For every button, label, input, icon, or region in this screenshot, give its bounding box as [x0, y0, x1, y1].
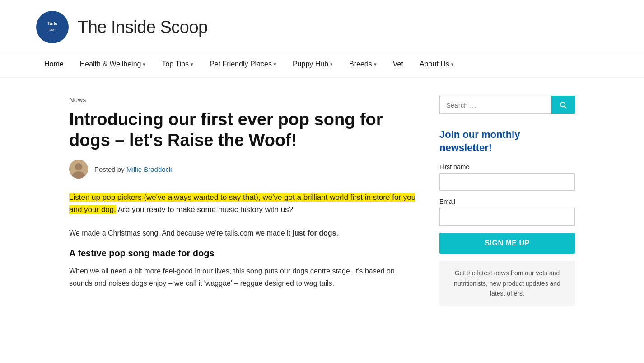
nav-item-health: Health & Wellbeing ▾ [72, 51, 154, 77]
sidebar: Join our monthly newsletter! First name … [439, 96, 575, 306]
search-button[interactable] [551, 96, 575, 114]
search-widget [439, 96, 575, 114]
chevron-down-icon: ▾ [451, 61, 454, 67]
nav-link-top-tips[interactable]: Top Tips ▾ [154, 51, 201, 77]
newsletter-heading: Join our monthly newsletter! [439, 128, 575, 154]
breadcrumb: News [69, 96, 418, 104]
email-group: Email [439, 198, 575, 226]
nav-item-pet-friendly: Pet Friendly Places ▾ [201, 51, 285, 77]
chevron-down-icon: ▾ [330, 61, 333, 67]
body-para1-text: We made a Christmas song! And because we… [69, 229, 293, 237]
search-input[interactable] [439, 96, 551, 114]
search-icon [559, 100, 568, 109]
site-header: Tails .com The Inside Scoop [0, 0, 644, 51]
site-logo-link[interactable]: Tails .com The Inside Scoop [36, 11, 208, 43]
chevron-down-icon: ▾ [191, 61, 193, 67]
main-content: News Introducing our first ever pop song… [69, 96, 418, 306]
main-nav: Home Health & Wellbeing ▾ Top Tips ▾ Pet… [0, 51, 644, 78]
body-paragraph-1: We made a Christmas song! And because we… [69, 227, 418, 239]
author-text: Posted by Millie Braddock [94, 165, 173, 173]
body-para1-bold: just for dogs [293, 229, 336, 237]
chevron-down-icon: ▾ [274, 61, 276, 67]
first-name-label: First name [439, 163, 575, 170]
intro-paragraph: Listen up pop pickers (we've always want… [69, 191, 418, 216]
chevron-down-icon: ▾ [143, 61, 145, 67]
body-para1-end: . [336, 229, 338, 237]
article-title: Introducing our first ever pop song for … [69, 109, 418, 151]
newsletter-description: Get the latest news from our vets and nu… [439, 261, 575, 306]
nav-link-breeds[interactable]: Breeds ▾ [341, 51, 385, 77]
nav-item-vet: Vet [385, 51, 411, 77]
nav-item-top-tips: Top Tips ▾ [154, 51, 201, 77]
nav-link-health[interactable]: Health & Wellbeing ▾ [72, 51, 154, 77]
nav-item-breeds: Breeds ▾ [341, 51, 385, 77]
nav-link-vet[interactable]: Vet [385, 51, 411, 77]
logo-circle: Tails .com [36, 11, 69, 43]
email-label: Email [439, 198, 575, 205]
site-content: News Introducing our first ever pop song… [33, 96, 611, 306]
author-row: Posted by Millie Braddock [69, 160, 418, 179]
nav-link-home[interactable]: Home [36, 51, 72, 77]
nav-list: Home Health & Wellbeing ▾ Top Tips ▾ Pet… [36, 51, 608, 77]
svg-point-0 [40, 14, 65, 40]
svg-point-4 [75, 163, 82, 170]
nav-link-about[interactable]: About Us ▾ [411, 51, 462, 77]
svg-text:.com: .com [48, 28, 56, 32]
newsletter-widget: Join our monthly newsletter! First name … [439, 128, 575, 306]
tails-logo-icon: Tails .com [40, 14, 65, 40]
nav-item-about: About Us ▾ [411, 51, 462, 77]
svg-text:Tails: Tails [47, 21, 57, 26]
body-paragraph-2: When we all need a bit more feel-good in… [69, 265, 418, 289]
avatar [69, 160, 88, 179]
email-input[interactable] [439, 208, 575, 226]
breadcrumb-news-link[interactable]: News [69, 96, 86, 104]
sign-me-up-button[interactable]: SIGN ME UP [439, 233, 575, 254]
nav-item-puppy-hub: Puppy Hub ▾ [285, 51, 341, 77]
chevron-down-icon: ▾ [374, 61, 377, 67]
intro-rest: Are you ready to make some music history… [116, 205, 293, 214]
avatar-image [69, 160, 88, 179]
first-name-group: First name [439, 163, 575, 191]
nav-link-pet-friendly[interactable]: Pet Friendly Places ▾ [201, 51, 285, 77]
author-prefix: Posted by [94, 165, 126, 173]
nav-link-puppy-hub[interactable]: Puppy Hub ▾ [285, 51, 341, 77]
author-link[interactable]: Millie Braddock [126, 165, 173, 173]
nav-item-home: Home [36, 51, 72, 77]
site-title: The Inside Scoop [78, 18, 208, 37]
section-heading: A festive pop song made for dogs [69, 248, 418, 259]
first-name-input[interactable] [439, 173, 575, 191]
